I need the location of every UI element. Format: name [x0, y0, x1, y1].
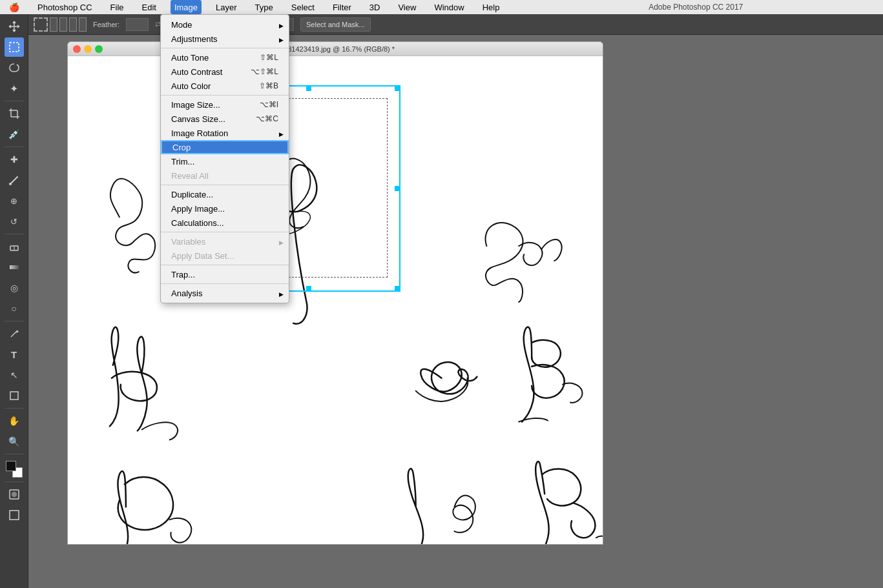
eyedropper-tool[interactable]: 💉 — [5, 125, 24, 144]
canvas-area[interactable] — [68, 56, 603, 544]
path-selection-tool[interactable]: ↖ — [5, 365, 24, 385]
svg-rect-0 — [10, 43, 19, 52]
file-menu[interactable]: File — [107, 0, 128, 14]
pen-tool[interactable] — [5, 324, 24, 343]
menu-item-label: Image Size... — [171, 100, 220, 110]
signature-7 — [118, 471, 191, 544]
separator-5 — [161, 265, 289, 265]
menu-item-variables: Variables — [161, 234, 289, 248]
menu-item-apply-image[interactable]: Apply Image... — [161, 201, 289, 216]
options-icon5[interactable] — [79, 17, 87, 32]
menu-item-analysis[interactable]: Analysis — [161, 286, 289, 300]
quick-mask-mode[interactable] — [5, 485, 24, 504]
menu-item-auto-tone[interactable]: Auto Tone ⇧⌘L — [161, 50, 289, 65]
lasso-tool[interactable] — [5, 58, 24, 77]
window-menu[interactable]: Window — [430, 0, 468, 14]
close-button[interactable] — [73, 45, 81, 53]
menu-item-image-size[interactable]: Image Size... ⌥⌘I — [161, 97, 289, 112]
svg-rect-10 — [10, 392, 18, 400]
3d-menu[interactable]: 3D — [366, 0, 384, 14]
options-icon2[interactable] — [50, 17, 57, 32]
marquee-options-icon[interactable] — [34, 17, 48, 32]
left-toolbar: ✦ 💉 ✚ ⊕ ↺ — [0, 14, 28, 588]
menu-item-label: Crop — [172, 143, 191, 152]
menu-item-label: Image Rotation — [171, 128, 228, 138]
hand-tool[interactable]: ✋ — [5, 411, 24, 431]
eraser-tool[interactable] — [5, 237, 24, 256]
svg-point-5 — [9, 183, 12, 185]
menu-item-adjustments[interactable]: Adjustments — [161, 32, 289, 46]
menu-item-label: Mode — [171, 20, 192, 30]
workspace: 4. 731423419.jpg @ 16.7% (RGB/8) * — [28, 35, 883, 588]
maximize-button[interactable] — [95, 45, 103, 53]
type-tool[interactable]: T — [5, 345, 24, 364]
menu-item-image-rotation[interactable]: Image Rotation — [161, 126, 289, 140]
clone-stamp-tool[interactable]: ⊕ — [5, 191, 24, 210]
menu-item-label: Apply Data Set... — [171, 251, 234, 261]
menu-item-label: Auto Contrast — [171, 67, 223, 77]
magic-wand-tool[interactable]: ✦ — [5, 79, 24, 98]
zoom-tool[interactable]: 🔍 — [5, 432, 24, 451]
document-window: 4. 731423419.jpg @ 16.7% (RGB/8) * — [67, 41, 603, 545]
tool-options-icons — [34, 17, 87, 32]
shortcut-canvas-size: ⌥⌘C — [256, 114, 278, 123]
app-area: ✦ 💉 ✚ ⊕ ↺ — [0, 14, 883, 588]
edit-menu[interactable]: Edit — [138, 0, 160, 14]
menu-item-mode[interactable]: Mode — [161, 17, 289, 32]
brush-tool[interactable] — [5, 170, 24, 190]
shortcut-auto-tone: ⇧⌘L — [260, 53, 278, 62]
signature-6 — [519, 327, 582, 422]
minimize-button[interactable] — [84, 45, 92, 53]
handle-right-middle[interactable] — [395, 186, 400, 191]
image-menu[interactable]: Image — [171, 0, 202, 14]
handle-top-right[interactable] — [395, 86, 400, 91]
help-menu[interactable]: Help — [479, 0, 504, 14]
color-picker[interactable] — [5, 460, 24, 479]
options-icon4[interactable] — [69, 17, 77, 32]
history-brush-tool[interactable]: ↺ — [5, 212, 24, 231]
menu-item-crop[interactable]: Crop — [161, 140, 289, 154]
healing-brush-tool[interactable]: ✚ — [5, 150, 24, 169]
menu-item-auto-contrast[interactable]: Auto Contrast ⌥⇧⌘L — [161, 65, 289, 79]
view-menu[interactable]: View — [394, 0, 420, 14]
menu-item-calculations[interactable]: Calculations... — [161, 216, 289, 230]
marquee-tool[interactable] — [5, 37, 24, 57]
shape-tool[interactable] — [5, 386, 24, 405]
options-icon3[interactable] — [59, 17, 67, 32]
menu-item-label: Variables — [171, 237, 205, 247]
menu-item-reveal-all: Reveal All — [161, 168, 289, 183]
main-content: Feather: ⇄ Width: Height: Select and Mas… — [28, 14, 883, 588]
handle-bottom-middle[interactable] — [306, 286, 311, 291]
separator-2 — [161, 95, 289, 96]
svg-rect-13 — [10, 511, 19, 520]
dodge-tool[interactable]: ○ — [5, 299, 24, 318]
crop-tool[interactable] — [5, 104, 24, 123]
feather-input[interactable] — [126, 18, 149, 31]
menu-item-duplicate[interactable]: Duplicate... — [161, 187, 289, 201]
filter-menu[interactable]: Filter — [329, 0, 355, 14]
signature-1 — [110, 179, 155, 273]
menu-item-trim[interactable]: Trim... — [161, 154, 289, 168]
select-menu[interactable]: Select — [287, 0, 318, 14]
menu-item-label: Trim... — [171, 157, 194, 167]
photoshop-menu[interactable]: Photoshop CC — [34, 0, 96, 14]
menu-item-label: Trap... — [171, 270, 195, 279]
layer-menu[interactable]: Layer — [212, 0, 241, 14]
traffic-lights[interactable] — [73, 45, 103, 53]
submenu-arrow-analysis — [279, 289, 284, 298]
apple-menu[interactable]: 🍎 — [5, 0, 23, 14]
handle-bottom-right[interactable] — [395, 286, 400, 291]
menu-item-trap[interactable]: Trap... — [161, 267, 289, 281]
separator-1 — [161, 48, 289, 48]
move-tool[interactable] — [5, 17, 24, 36]
menu-item-canvas-size[interactable]: Canvas Size... ⌥⌘C — [161, 112, 289, 126]
screen-mode[interactable] — [5, 505, 24, 525]
gradient-tool[interactable] — [5, 258, 24, 277]
menu-item-apply-data-set: Apply Data Set... — [161, 248, 289, 263]
type-menu[interactable]: Type — [251, 0, 277, 14]
select-and-mask-button[interactable]: Select and Mask... — [300, 17, 371, 32]
blur-tool[interactable]: ◎ — [5, 278, 24, 298]
foreground-color[interactable] — [6, 461, 16, 471]
menu-item-auto-color[interactable]: Auto Color ⇧⌘B — [161, 79, 289, 93]
handle-top-middle[interactable] — [306, 86, 311, 91]
